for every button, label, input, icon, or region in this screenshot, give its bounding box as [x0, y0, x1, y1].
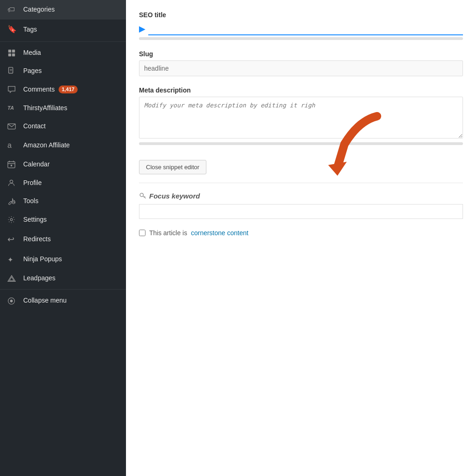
sidebar-item-contact[interactable]: Contact: [0, 117, 126, 136]
svg-point-12: [11, 165, 12, 166]
svg-point-19: [140, 193, 143, 197]
comments-icon: [7, 86, 20, 93]
close-snippet-button[interactable]: Close snippet editor: [139, 160, 206, 174]
sidebar-item-calendar[interactable]: Calendar: [0, 155, 126, 174]
sidebar-item-tools[interactable]: Tools: [0, 192, 126, 211]
thirstyaffiliates-icon: TA: [7, 105, 20, 112]
sidebar-item-settings[interactable]: Settings: [0, 211, 126, 229]
sidebar-item-label: Calendar: [23, 160, 50, 169]
sidebar-item-categories[interactable]: 🏷 Categories: [0, 0, 126, 20]
sidebar-item-label: Comments: [23, 85, 55, 94]
slug-label: Slug: [139, 50, 463, 58]
media-icon: [7, 49, 20, 57]
svg-rect-2: [8, 53, 11, 56]
categories-icon: 🏷: [7, 5, 20, 15]
sidebar-item-label: Collapse menu: [23, 296, 66, 305]
cornerstone-text: This article is: [149, 229, 187, 237]
main-content: SEO title ▶ Slug headline Meta descripti…: [126, 0, 476, 476]
slug-value: headline: [139, 60, 463, 76]
meta-description-group: Meta description: [139, 86, 463, 145]
seo-title-label: SEO title: [139, 11, 463, 19]
sidebar-item-amazon-affiliate[interactable]: a Amazon Affiliate: [0, 136, 126, 155]
sidebar-item-label: Leadpages: [23, 274, 55, 283]
meta-description-textarea[interactable]: [139, 97, 463, 139]
sidebar-item-label: Tools: [23, 197, 39, 206]
settings-icon: [7, 216, 20, 224]
sidebar-item-label: Tags: [23, 25, 37, 34]
sidebar-item-label: ThirstyAffiliates: [23, 104, 67, 113]
sidebar-item-ninja-popups[interactable]: ✦ Ninja Popups: [0, 250, 126, 269]
svg-marker-22: [328, 162, 347, 176]
focus-keyword-label: Focus keyword: [149, 192, 200, 200]
svg-point-14: [10, 218, 13, 221]
focus-keyword-header: Focus keyword: [139, 192, 463, 200]
svg-rect-3: [12, 53, 15, 56]
sidebar-item-redirects[interactable]: ↩ Redirects: [0, 229, 126, 250]
sidebar-item-thirstyaffiliates[interactable]: TA ThirstyAffiliates: [0, 99, 126, 118]
comments-badge: 1,417: [59, 86, 78, 93]
sidebar-item-label: Profile: [23, 178, 42, 188]
cornerstone-checkbox[interactable]: [139, 230, 145, 236]
sidebar-item-label: Amazon Affiliate: [23, 141, 70, 150]
profile-icon: [7, 179, 20, 187]
calendar-icon: [7, 160, 20, 168]
section-divider: [139, 183, 463, 183]
seo-title-input[interactable]: [148, 21, 463, 35]
seo-arrow-indicator: ▶: [139, 24, 145, 34]
sidebar-divider: [0, 41, 126, 42]
sidebar-item-label: Redirects: [23, 235, 51, 244]
sidebar-divider-bottom: [0, 289, 126, 290]
meta-progress-bar: [139, 142, 463, 145]
sidebar-item-label: Pages: [23, 66, 42, 76]
seo-title-group: SEO title ▶: [139, 11, 463, 40]
sidebar-item-label: Contact: [23, 122, 46, 131]
cornerstone-row: This article is cornerstone content: [139, 229, 463, 237]
key-icon: [139, 192, 146, 200]
focus-keyword-input[interactable]: [139, 204, 463, 219]
sidebar-item-label: Settings: [23, 215, 47, 225]
svg-rect-0: [8, 49, 11, 52]
slug-group: Slug headline: [139, 50, 463, 76]
collapse-menu-icon: [7, 297, 20, 305]
svg-rect-1: [12, 49, 15, 52]
seo-progress-bar: [139, 37, 463, 40]
cornerstone-link[interactable]: cornerstone content: [191, 229, 249, 237]
svg-rect-4: [9, 67, 13, 73]
focus-keyword-group: Focus keyword: [139, 192, 463, 219]
sidebar-item-label: Media: [23, 48, 41, 58]
meta-description-label: Meta description: [139, 86, 463, 94]
sidebar-item-label: Ninja Popups: [23, 255, 62, 264]
ninja-popups-icon: ✦: [7, 255, 20, 264]
sidebar-item-profile[interactable]: Profile: [0, 174, 126, 192]
seo-title-row: ▶: [139, 21, 463, 35]
tags-icon: 🔖: [7, 24, 20, 34]
svg-point-13: [10, 180, 13, 183]
contact-icon: [7, 123, 20, 130]
sidebar-item-pages[interactable]: Pages: [0, 62, 126, 80]
leadpages-icon: [7, 275, 20, 282]
sidebar-item-media[interactable]: Media: [0, 44, 126, 62]
amazon-icon: a: [7, 140, 20, 151]
sidebar-item-label: Categories: [23, 5, 55, 14]
sidebar-item-comments[interactable]: Comments 1,417: [0, 80, 126, 99]
tools-icon: [7, 198, 20, 205]
svg-line-21: [145, 196, 145, 197]
sidebar-item-collapse-menu[interactable]: Collapse menu: [0, 291, 126, 310]
sidebar-item-leadpages[interactable]: Leadpages: [0, 269, 126, 288]
redirects-icon: ↩: [7, 234, 20, 245]
svg-point-18: [10, 300, 13, 302]
pages-icon: [7, 67, 20, 75]
sidebar: 🏷 Categories 🔖 Tags Media Pages Comments…: [0, 0, 126, 476]
sidebar-item-tags[interactable]: 🔖 Tags: [0, 20, 126, 39]
